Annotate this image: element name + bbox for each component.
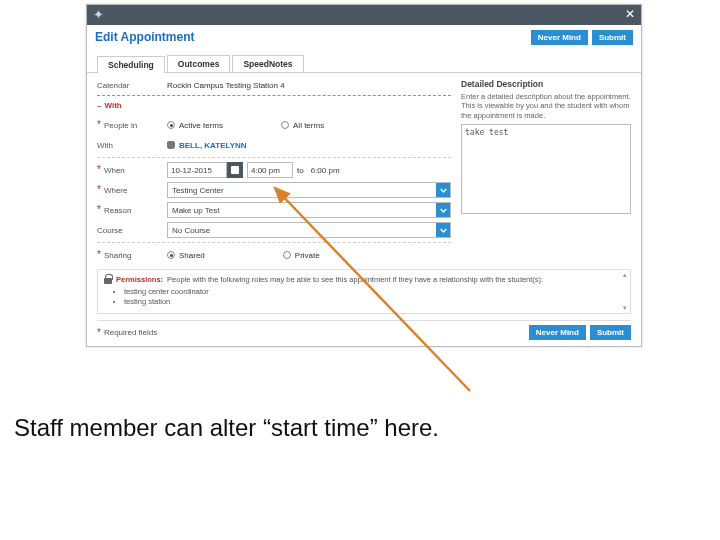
perm-item: testing station [124,297,624,306]
active-terms-label: Active terms [179,121,223,130]
scroll-up-icon[interactable]: ▴ [623,271,627,279]
divider [97,242,451,243]
scroll-down-icon[interactable]: ▾ [623,304,627,312]
appointment-dialog: ✦ ✕ Edit Appointment Never Mind Submit S… [86,4,642,347]
end-time-input[interactable] [308,162,354,178]
private-label: Private [295,251,320,260]
course-select[interactable]: No Course [167,222,451,238]
with-label: With [97,141,113,150]
permissions-box: Permissions: People with the following r… [97,269,631,314]
form-column: Calendar Rockin Campus Testing Station 4… [97,75,451,265]
star-icon: ✦ [93,7,104,22]
required-icon: * [97,328,101,338]
minus-icon[interactable]: – [97,101,101,110]
all-terms-label: All terms [293,121,324,130]
with-person-link[interactable]: BELL, KATELYNN [179,141,247,150]
lock-icon [104,274,112,284]
scrollbar[interactable]: ▴ ▾ [621,271,629,312]
dialog-header: Edit Appointment Never Mind Submit [87,25,641,49]
tab-speednotes[interactable]: SpeedNotes [232,55,303,72]
where-value: Testing Center [172,186,224,195]
sharing-label: Sharing [104,251,132,260]
reason-select[interactable]: Make up Test [167,202,451,218]
with-section-label: With [104,101,121,110]
date-input[interactable] [167,162,227,178]
all-terms-radio[interactable] [281,121,289,129]
submit-button[interactable]: Submit [590,325,631,340]
tab-scheduling[interactable]: Scheduling [97,56,165,73]
to-label: to [297,166,304,175]
permissions-text: People with the following roles may be a… [167,275,543,284]
required-icon: * [97,165,101,175]
when-label: When [104,166,125,175]
person-icon [167,141,175,149]
chevron-down-icon [436,223,450,237]
calendar-icon[interactable] [227,162,243,178]
where-label: Where [104,186,128,195]
calendar-value: Rockin Campus Testing Station 4 [167,81,285,90]
description-help: Enter a detailed description about the a… [461,92,631,120]
required-icon: * [97,185,101,195]
private-radio[interactable] [283,251,291,259]
divider [97,157,451,158]
active-terms-radio[interactable] [167,121,175,129]
perm-item: testing center coordinator [124,287,624,296]
course-label: Course [97,226,123,235]
tab-outcomes[interactable]: Outcomes [167,55,231,72]
course-value: No Course [172,226,210,235]
calendar-label: Calendar [97,81,129,90]
chevron-down-icon [436,203,450,217]
tabs: Scheduling Outcomes SpeedNotes [87,49,641,73]
reason-value: Make up Test [172,206,219,215]
where-select[interactable]: Testing Center [167,182,451,198]
permissions-title: Permissions: [116,275,163,284]
required-icon: * [97,205,101,215]
shared-radio[interactable] [167,251,175,259]
dialog-titlebar: ✦ ✕ [87,5,641,25]
required-icon: * [97,120,101,130]
description-panel: Detailed Description Enter a detailed de… [461,75,631,265]
shared-label: Shared [179,251,205,260]
nevermind-button[interactable]: Never Mind [531,30,588,45]
people-in-label: People in [104,121,137,130]
description-textarea[interactable]: take test [461,124,631,214]
close-icon[interactable]: ✕ [625,7,635,21]
dialog-footer: *Required fields Never Mind Submit [87,321,641,346]
chevron-down-icon [436,183,450,197]
start-time-input[interactable] [247,162,293,178]
nevermind-button[interactable]: Never Mind [529,325,586,340]
required-icon: * [97,250,101,260]
required-note: Required fields [104,328,157,337]
annotation-caption: Staff member can alter “start time” here… [14,414,439,442]
dialog-title: Edit Appointment [95,30,195,44]
reason-label: Reason [104,206,132,215]
submit-button[interactable]: Submit [592,30,633,45]
description-title: Detailed Description [461,79,631,89]
